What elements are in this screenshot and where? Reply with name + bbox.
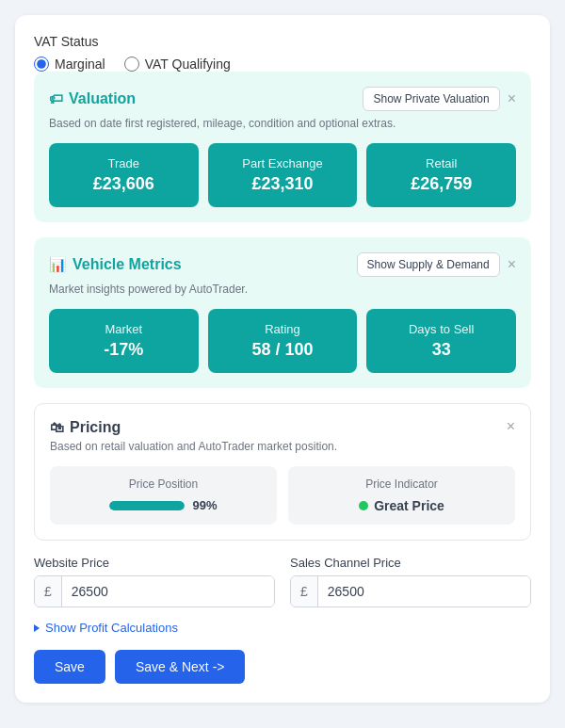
pricing-boxes: Price Position 99% Price Indicator Great…: [50, 466, 515, 525]
website-price-input[interactable]: [62, 576, 274, 607]
pricing-title: Pricing: [50, 419, 121, 436]
rating-tile: Rating 58 / 100: [208, 309, 358, 373]
vat-label: VAT Status: [34, 34, 531, 49]
rating-value: 58 / 100: [218, 340, 348, 360]
vat-marginal-radio[interactable]: [34, 57, 49, 72]
progress-bar-fill: [109, 501, 184, 510]
valuation-card: Valuation Show Private Valuation × Based…: [34, 72, 531, 222]
save-button[interactable]: Save: [34, 650, 105, 684]
price-indicator-box: Price Indicator Great Price: [288, 466, 515, 525]
vehicle-metrics-card: Vehicle Metrics Show Supply & Demand × M…: [34, 237, 531, 388]
market-label: Market: [58, 322, 189, 336]
vat-marginal-label: Marginal: [55, 57, 105, 72]
website-price-label: Website Price: [34, 556, 275, 570]
tag-icon: [49, 90, 63, 107]
pricing-close-icon[interactable]: ×: [507, 419, 515, 434]
progress-text: 99%: [192, 498, 217, 512]
part-exchange-tile: Part Exchange £23,310: [208, 143, 358, 207]
website-price-group: Website Price £: [34, 556, 275, 607]
vat-qualifying-option[interactable]: VAT Qualifying: [124, 57, 231, 72]
bag-icon: [50, 419, 64, 436]
retail-value: £26,759: [376, 174, 507, 194]
sales-channel-wrapper: £: [290, 575, 531, 607]
show-supply-demand-button[interactable]: Show Supply & Demand: [357, 252, 500, 277]
valuation-header-right: Show Private Valuation ×: [363, 87, 516, 111]
trade-tile: Trade £23,606: [49, 143, 199, 207]
vehicle-metrics-title: Vehicle Metrics: [49, 256, 182, 273]
valuation-subtitle: Based on date first registered, mileage,…: [49, 117, 516, 130]
action-buttons: Save Save & Next ->: [34, 650, 531, 684]
vat-qualifying-radio[interactable]: [124, 57, 139, 72]
pricing-card: Pricing × Based on retail valuation and …: [34, 403, 531, 541]
trade-value: £23,606: [58, 174, 189, 194]
valuation-close-icon[interactable]: ×: [508, 91, 516, 106]
rating-label: Rating: [218, 322, 348, 336]
retail-label: Retail: [376, 156, 507, 170]
green-dot-icon: [359, 501, 368, 510]
sales-channel-input[interactable]: [318, 576, 530, 607]
save-next-button[interactable]: Save & Next ->: [115, 650, 246, 684]
price-indicator-content: Great Price: [301, 498, 502, 513]
days-to-sell-value: 33: [376, 340, 507, 360]
pricing-header: Pricing ×: [50, 419, 515, 436]
days-to-sell-label: Days to Sell: [376, 322, 507, 336]
price-position-content: 99%: [63, 498, 264, 512]
price-inputs-row: Website Price £ Sales Channel Price £: [34, 556, 531, 607]
progress-bar-container: [109, 501, 185, 510]
pricing-subtitle: Based on retail valuation and AutoTrader…: [50, 440, 515, 453]
indicator-text: Great Price: [374, 498, 444, 513]
price-indicator-label: Price Indicator: [301, 477, 502, 491]
vehicle-metrics-tiles: Market -17% Rating 58 / 100 Days to Sell…: [49, 309, 516, 373]
vat-radio-group: Marginal VAT Qualifying: [34, 57, 531, 72]
part-exchange-label: Part Exchange: [218, 156, 348, 170]
vat-marginal-option[interactable]: Marginal: [34, 57, 105, 72]
market-value: -17%: [58, 340, 189, 360]
vat-section: VAT Status Marginal VAT Qualifying Valua…: [15, 15, 550, 703]
vehicle-metrics-header-right: Show Supply & Demand ×: [357, 252, 516, 277]
website-currency-symbol: £: [35, 576, 62, 607]
price-inputs-section: Website Price £ Sales Channel Price £: [34, 556, 531, 607]
show-private-valuation-button[interactable]: Show Private Valuation: [363, 87, 499, 111]
show-profit-link[interactable]: Show Profit Calculations: [34, 621, 531, 635]
chart-icon: [49, 256, 67, 273]
chevron-right-icon: [34, 624, 40, 632]
retail-tile: Retail £26,759: [366, 143, 516, 207]
valuation-tiles: Trade £23,606 Part Exchange £23,310 Reta…: [49, 143, 516, 207]
vehicle-metrics-subtitle: Market insights powered by AutoTrader.: [49, 283, 516, 296]
price-position-label: Price Position: [63, 477, 264, 491]
trade-label: Trade: [58, 156, 189, 170]
show-profit-label: Show Profit Calculations: [45, 621, 178, 635]
valuation-title: Valuation: [49, 90, 136, 107]
days-to-sell-tile: Days to Sell 33: [366, 309, 516, 373]
sales-currency-symbol: £: [291, 576, 318, 607]
vehicle-metrics-close-icon[interactable]: ×: [508, 257, 516, 272]
vat-qualifying-label: VAT Qualifying: [145, 57, 231, 72]
vehicle-metrics-header: Vehicle Metrics Show Supply & Demand ×: [49, 252, 516, 277]
valuation-header: Valuation Show Private Valuation ×: [49, 87, 516, 111]
sales-channel-label: Sales Channel Price: [290, 556, 531, 570]
part-exchange-value: £23,310: [218, 174, 348, 194]
price-position-box: Price Position 99%: [50, 466, 277, 525]
website-price-wrapper: £: [34, 575, 275, 607]
market-tile: Market -17%: [49, 309, 199, 373]
sales-channel-group: Sales Channel Price £: [290, 556, 531, 607]
